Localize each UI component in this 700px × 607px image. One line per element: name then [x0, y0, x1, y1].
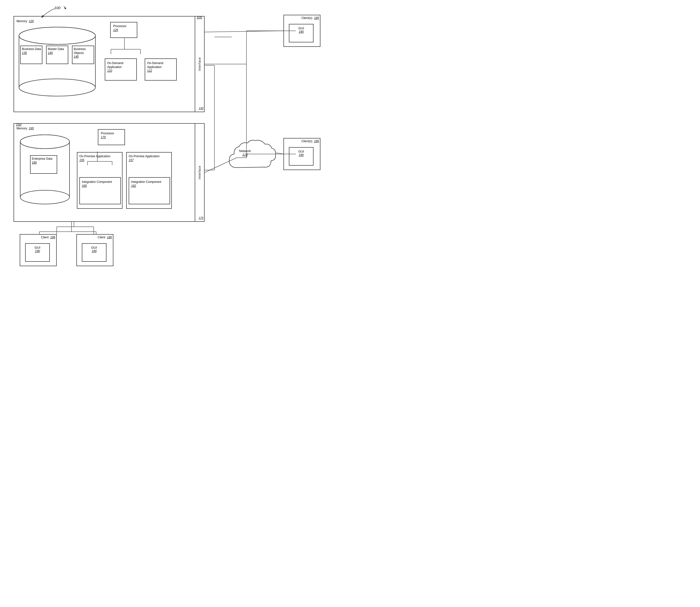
processor-bottom-label: Processor	[101, 132, 114, 135]
processor-bottom-ref: 170	[101, 135, 114, 140]
on-premise-app2-box: On-Premise Application 157	[127, 152, 171, 164]
enterprise-data-label: Enterprise Data	[32, 157, 52, 161]
gui-bottom-right-label: GUI	[82, 246, 106, 249]
on-demand-app2-ref: 112	[147, 69, 176, 73]
gui-top-right-ref: 190	[289, 30, 313, 34]
bottom-server-ref: 150	[16, 123, 21, 126]
gui-mid-right-ref: 190	[289, 153, 313, 157]
business-data-ref: 135	[22, 51, 41, 55]
diagram: 100 ↘ 105 Processor 125 On-Demand Applic…	[0, 0, 350, 304]
integration-comp2-box: Integration Component 162	[129, 177, 170, 204]
client-bottom-left-gui-box: GUI 190	[25, 243, 50, 262]
integration-comp1-ref: 160	[82, 184, 112, 188]
top-server-box: 105 Processor 125 On-Demand Application …	[14, 16, 205, 112]
client-bottom-left-outer: Client 185 GUI 190	[20, 234, 57, 266]
figure-number: 100 ↘	[54, 4, 66, 11]
bottom-server-box: 150 Processor 170 Memory 165	[14, 123, 205, 222]
on-demand-app1-box: On-Demand Application 110	[105, 58, 137, 81]
on-premise-app1-ref: 155	[79, 159, 120, 162]
client-bottom-left-label: Client 185	[41, 236, 55, 239]
enterprise-data-box: Enterprise Data 180	[30, 155, 57, 174]
client-top-right-label: Client(s) 185	[302, 16, 319, 20]
svg-point-24	[19, 79, 96, 96]
gui-bottom-left-ref: 190	[26, 249, 49, 253]
svg-point-25	[19, 27, 96, 44]
processor-bottom-box: Processor 170	[98, 129, 125, 145]
enterprise-data-ref: 180	[32, 161, 52, 165]
business-objects-ref: 145	[74, 55, 94, 59]
interface-bottom-label: Interface	[198, 166, 201, 180]
business-data-box: Business Data 135	[20, 46, 42, 64]
on-premise-app2-ref: 157	[129, 159, 169, 162]
svg-point-30	[20, 135, 69, 149]
processor-top-label: Processor	[113, 24, 126, 28]
network-ref: 115	[239, 153, 251, 156]
on-premise-app1-box: On-Premise Application 155	[77, 152, 122, 164]
memory-bottom-label-text: Memory 165	[17, 127, 34, 130]
integration-comp2-ref: 162	[131, 184, 161, 188]
svg-line-39	[276, 153, 284, 154]
network-label: Network	[239, 149, 251, 153]
gui-bottom-left-label: GUI	[26, 246, 49, 249]
processor-top-box: Processor 125	[110, 22, 137, 38]
client-mid-right-outer: Client(s) 185 GUI 190	[284, 138, 321, 170]
processor-top-ref: 125	[113, 28, 126, 32]
client-mid-right-gui-box: GUI 190	[289, 147, 313, 166]
client-mid-right-label: Client(s) 185	[302, 140, 319, 143]
on-premise-app1-label: On-Premise Application	[79, 154, 120, 159]
on-premise-app2-label: On-Premise Application	[129, 154, 169, 159]
business-objects-box: Business Objects 145	[72, 46, 94, 64]
interface-top-ref: 130	[199, 107, 203, 110]
gui-top-right-label: GUI	[289, 26, 313, 30]
business-data-label: Business Data	[22, 47, 41, 51]
client-bottom-right-gui-box: GUI 190	[82, 243, 106, 262]
master-data-ref: 140	[48, 51, 64, 55]
master-data-box: Master Data 140	[46, 46, 68, 64]
on-demand-app2-box: On-Demand Application 112	[145, 58, 177, 81]
gui-bottom-right-ref: 190	[82, 249, 106, 253]
on-premise-app1-container: On-Premise Application 155 Integration C…	[77, 152, 123, 209]
integration-comp1-label: Integration Component	[82, 180, 112, 184]
svg-point-29	[20, 190, 69, 204]
svg-line-37	[205, 31, 284, 32]
client-bottom-right-label: Client 185	[98, 236, 112, 239]
on-demand-app2-label: On-Demand Application	[147, 61, 176, 69]
client-top-right-outer: Client(s) 185 GUI 190	[284, 15, 321, 47]
on-premise-app2-container: On-Premise Application 157 Integration C…	[126, 152, 172, 209]
network-cloud: Network 115	[227, 138, 276, 175]
client-bottom-right-outer: Client 185 GUI 190	[77, 234, 114, 266]
gui-mid-right-label: GUI	[289, 150, 313, 153]
interface-bottom-bar: Interface 175	[195, 124, 204, 221]
interface-top-bar: Interface 130	[195, 17, 204, 112]
on-demand-app1-label: On-Demand Application	[107, 61, 136, 69]
on-demand-app1-ref: 110	[107, 69, 136, 73]
business-objects-label: Business Objects	[74, 47, 94, 55]
interface-bottom-ref: 175	[199, 216, 203, 219]
master-data-label: Master Data	[48, 47, 64, 51]
integration-comp1-box: Integration Component 160	[79, 177, 121, 204]
cylinder-bottom: Enterprise Data 180	[18, 133, 72, 212]
interface-top-label: Interface	[198, 57, 201, 71]
integration-comp2-label: Integration Component	[131, 180, 161, 184]
memory-top-label: Memory 120	[17, 19, 34, 23]
client-top-right-gui-box: GUI 190	[289, 24, 313, 42]
cylinder-top: Business Data 135 Master Data 140 Busine…	[18, 26, 97, 102]
